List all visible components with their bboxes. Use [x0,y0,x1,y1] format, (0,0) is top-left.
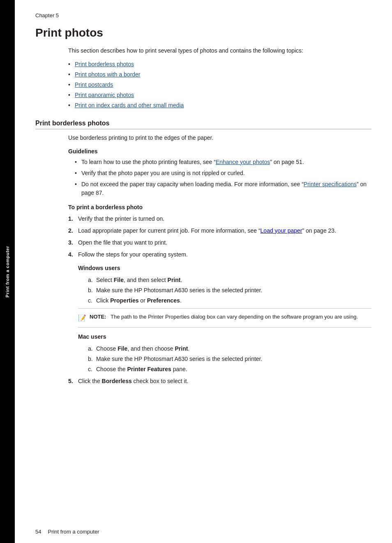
guideline-3: Do not exceed the paper tray capacity wh… [75,180,371,197]
page-container: Print from a computer Chapter 5 Print ph… [0,0,392,543]
note-icon: 📝 [78,313,86,323]
mac-step-b-alpha: b. [88,355,93,363]
guideline-1-text-after: ” on page 51. [270,159,304,165]
section-borderless: Print borderless photos Use borderless p… [35,120,371,386]
guideline-3-text-before: Do not exceed the paper tray capacity wh… [81,181,304,187]
step-3: 3. Open the file that you want to print. [68,238,371,247]
toc-link-5[interactable]: Print on index cards and other small med… [75,102,184,109]
step-2-text-after: ” on page 23. [302,227,337,234]
toc-item-4: Print panoramic photos [75,91,371,99]
toc-item-5: Print on index cards and other small med… [75,101,371,110]
main-content: Chapter 5 Print photos This section desc… [15,0,392,543]
win-step-b: b. Make sure the HP Photosmart A630 seri… [88,286,371,295]
guideline-2: Verify that the photo paper you are usin… [75,169,371,178]
mac-step-b: b. Make sure the HP Photosmart A630 seri… [88,355,371,363]
step-5: 5. Click the Borderless check box to sel… [68,377,371,386]
mac-step-c: c. Choose the Printer Features pane. [88,365,371,374]
windows-heading: Windows users [78,264,371,273]
step-2-text-before: Load appropriate paper for current print… [78,227,261,234]
mac-step-b-text: Make sure the HP Photosmart A630 series … [96,356,262,362]
toc-link-1[interactable]: Print borderless photos [75,61,134,67]
win-step-c: c. Click Properties or Preferences. [88,296,371,305]
guideline-2-text: Verify that the photo paper you are usin… [81,170,245,176]
toc-item-1: Print borderless photos [75,60,371,69]
load-paper-link[interactable]: Load your paper [261,227,302,234]
guideline-1: To learn how to use the photo printing f… [75,158,371,166]
step-1-text: Verify that the printer is turned on. [78,215,164,222]
note-label: NOTE: [90,314,106,320]
toc-link-4[interactable]: Print panoramic photos [75,92,134,98]
win-step-b-alpha: b. [88,286,93,295]
page-title: Print photos [35,26,371,40]
guidelines-list: To learn how to use the photo printing f… [75,158,371,197]
footer-text: Print from a computer [48,529,99,535]
step-1: 1. Verify that the printer is turned on. [68,215,371,223]
enhance-photos-link[interactable]: Enhance your photos [216,159,270,165]
section-borderless-heading: Print borderless photos [35,120,371,129]
toc-link-3[interactable]: Print postcards [75,81,113,88]
intro-text: This section describes how to print seve… [68,46,371,55]
mac-step-c-alpha: c. [88,365,92,374]
step-4: 4. Follow the steps for your operating s… [68,250,371,374]
win-step-b-text: Make sure the HP Photosmart A630 series … [96,287,262,293]
step-1-num: 1. [68,215,73,223]
win-step-c-text: Click Properties or Preferences. [96,297,182,304]
mac-heading: Mac users [78,333,371,341]
sidebar: Print from a computer [0,0,15,543]
step-5-num: 5. [68,377,73,386]
note-box: 📝 NOTE: The path to the Printer Properti… [78,308,371,328]
win-step-a-alpha: a. [88,276,93,284]
step-4-text: Follow the steps for your operating syst… [78,251,188,258]
sidebar-label: Print from a computer [5,246,10,297]
guidelines-heading: Guidelines [68,148,371,155]
mac-step-c-text: Choose the Printer Features pane. [96,366,187,372]
toc-item-2: Print photos with a border [75,70,371,79]
guideline-1-text-before: To learn how to use the photo printing f… [81,159,216,165]
mac-steps: a. Choose File, and then choose Print. b… [88,344,371,374]
mac-step-a-alpha: a. [88,344,93,353]
step-4-num: 4. [68,250,73,259]
chapter-label: Chapter 5 [35,12,371,18]
win-step-a: a. Select File, and then select Print. [88,276,371,284]
step-2-num: 2. [68,226,73,235]
page-footer: 54 Print from a computer [35,529,371,535]
win-step-a-text: Select File, and then select Print. [96,277,182,283]
toc-link-2[interactable]: Print photos with a border [75,71,141,78]
printer-spec-link[interactable]: Printer specifications [304,181,357,187]
mac-step-a-text: Choose File, and then choose Print. [96,345,189,352]
step-3-num: 3. [68,238,73,247]
note-text: NOTE: The path to the Printer Properties… [90,313,358,321]
footer-page-num: 54 [35,529,41,535]
borderless-intro: Use borderless printing to print to the … [68,134,371,142]
steps-list: 1. Verify that the printer is turned on.… [68,215,371,386]
step-3-text: Open the file that you want to print. [78,239,167,246]
win-step-c-alpha: c. [88,296,92,305]
step-2: 2. Load appropriate paper for current pr… [68,226,371,235]
windows-steps: a. Select File, and then select Print. b… [88,276,371,305]
section-borderless-body: Use borderless printing to print to the … [68,134,371,386]
toc-list: Print borderless photos Print photos wit… [75,60,371,110]
step-5-text: Click the Borderless check box to select… [78,378,188,384]
step-heading: To print a borderless photo [68,204,371,210]
mac-step-a: a. Choose File, and then choose Print. [88,344,371,353]
note-content: The path to the Printer Properties dialo… [108,314,358,320]
toc-item-3: Print postcards [75,81,371,89]
